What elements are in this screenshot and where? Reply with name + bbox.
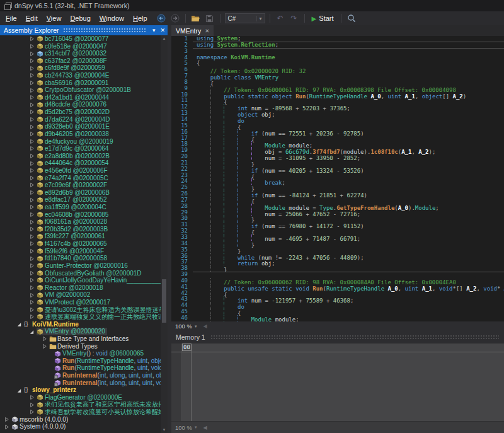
start-debug-button[interactable]: ▶ Start bbox=[309, 14, 336, 22]
expander-collapsed-icon[interactable] bbox=[29, 226, 37, 232]
menu-view[interactable]: View bbox=[42, 13, 66, 24]
expander-collapsed-icon[interactable] bbox=[29, 190, 37, 195]
tree-item[interactable]: f20b35d2 @0200003B bbox=[0, 226, 168, 233]
expander-collapsed-icon[interactable] bbox=[29, 263, 37, 268]
expander-collapsed-icon[interactable] bbox=[29, 117, 37, 122]
navigate-forward-button[interactable] bbox=[169, 13, 181, 24]
tree-item[interactable]: c6fd8e9f @02000059 bbox=[0, 64, 168, 72]
panel-close-button[interactable]: ✕ bbox=[158, 27, 168, 33]
tree-item[interactable]: c0fe518e @02000047 bbox=[0, 43, 168, 50]
tree-item[interactable]: f068161a @02000028 bbox=[0, 218, 168, 226]
expander-collapsed-icon[interactable] bbox=[29, 131, 37, 137]
expander-collapsed-icon[interactable] bbox=[29, 219, 37, 225]
tree-item[interactable]: d42a1bd1 @02000044 bbox=[0, 94, 168, 101]
tree-item[interactable]: f4167c4b @02000065 bbox=[0, 240, 168, 248]
tree-item[interactable]: VMEntry @02000020 bbox=[0, 328, 168, 335]
expander-collapsed-icon[interactable] bbox=[29, 395, 37, 400]
expander-collapsed-icon[interactable] bbox=[4, 424, 11, 430]
expander-collapsed-icon[interactable] bbox=[29, 109, 37, 115]
expander-collapsed-icon[interactable] bbox=[29, 241, 37, 246]
hscroll-left-icon[interactable]: ◀ bbox=[203, 323, 207, 329]
tree-item[interactable]: 求缉吾默学射改流昱可小英认惊放论希醒媏板内救主 bbox=[0, 408, 168, 416]
undo-button[interactable]: ↶ bbox=[275, 13, 286, 24]
expander-collapsed-icon[interactable] bbox=[29, 58, 37, 64]
redo-button[interactable]: ↷ bbox=[289, 13, 300, 24]
expander-collapsed-icon[interactable] bbox=[42, 344, 49, 349]
expander-collapsed-icon[interactable] bbox=[29, 139, 37, 144]
tree-item[interactable]: e17d7d9c @02000064 bbox=[0, 145, 168, 153]
expander-collapsed-icon[interactable] bbox=[29, 175, 37, 181]
tree-item[interactable]: FlagGenerator @0200000E bbox=[0, 394, 168, 401]
tree-item[interactable]: Run(RuntimeTypeHandle, uint, void*[], vo… bbox=[0, 364, 168, 372]
memory-zoom-value[interactable]: 100 % bbox=[175, 424, 192, 431]
tree-item[interactable]: ec04608b @02000085 bbox=[0, 211, 168, 219]
tree-item[interactable]: 憂请\u3002主将床您释适为关憨误昱悟迷苛包季工信 bbox=[0, 306, 168, 314]
tree-item[interactable]: d48cdcfe @02000076 bbox=[0, 101, 168, 108]
search-button[interactable] bbox=[346, 13, 357, 24]
expander-collapsed-icon[interactable] bbox=[29, 102, 37, 108]
tree-item[interactable]: Gunter-Protector @02000016 bbox=[0, 262, 168, 270]
expander-collapsed-icon[interactable] bbox=[29, 402, 37, 408]
expander-collapsed-icon[interactable] bbox=[29, 285, 37, 291]
tree-item[interactable]: d9b46205 @02000038 bbox=[0, 130, 168, 138]
tree-item[interactable]: d7da6224 @0200004D bbox=[0, 116, 168, 124]
menu-edit[interactable]: Edit bbox=[21, 13, 42, 24]
expander-collapsed-icon[interactable] bbox=[29, 43, 37, 49]
expander-collapsed-icon[interactable] bbox=[29, 88, 37, 93]
tree-item[interactable]: Base Type and Interfaces bbox=[0, 335, 168, 343]
tree-item[interactable]: c637fac2 @0200008F bbox=[0, 57, 168, 65]
expander-collapsed-icon[interactable] bbox=[29, 204, 37, 210]
tree-item[interactable]: mscorlib (4.0.0.0) bbox=[0, 416, 168, 424]
tree-item[interactable]: OiCuntJollyGoodDayYeHavin_______________… bbox=[0, 277, 168, 284]
memory-hex-view[interactable]: 00 bbox=[171, 344, 504, 421]
tree-item[interactable]: de4fuckyou @02000019 bbox=[0, 138, 168, 146]
expander-collapsed-icon[interactable] bbox=[29, 212, 37, 217]
tree-item[interactable]: CrytpoObfuscator @0200001B bbox=[0, 86, 168, 94]
menu-window[interactable]: Window bbox=[95, 13, 129, 24]
tree-item[interactable]: e74a2f74 @0200005C bbox=[0, 175, 168, 182]
menu-file[interactable]: File bbox=[1, 13, 21, 24]
language-combobox[interactable]: C# ▾ bbox=[225, 13, 265, 23]
tree-item[interactable]: { }slowy_printerz bbox=[0, 386, 168, 394]
scroll-up-icon[interactable]: ▲ bbox=[161, 37, 168, 40]
expander-collapsed-icon[interactable] bbox=[29, 277, 37, 283]
expander-collapsed-icon[interactable] bbox=[29, 182, 37, 188]
tree-item[interactable]: d9328eb0 @0200001E bbox=[0, 123, 168, 130]
expander-collapsed-icon[interactable] bbox=[29, 270, 37, 276]
tree-item[interactable]: e2a8d80b @0200002B bbox=[0, 153, 168, 160]
expander-collapsed-icon[interactable] bbox=[4, 417, 11, 422]
expander-collapsed-icon[interactable] bbox=[29, 124, 37, 130]
scrollbar-thumb[interactable] bbox=[162, 279, 166, 323]
expander-collapsed-icon[interactable] bbox=[29, 248, 37, 254]
save-button[interactable] bbox=[204, 13, 215, 24]
tree-scrollbar[interactable]: ▲ ▼ bbox=[161, 35, 168, 433]
code-editor[interactable]: 1using System;2using System.Reflection;3… bbox=[171, 36, 504, 321]
expander-collapsed-icon[interactable] bbox=[29, 314, 37, 320]
tree-item[interactable]: Reactor @02000018 bbox=[0, 284, 168, 292]
tree-item[interactable]: f39fc227 @02000061 bbox=[0, 233, 168, 240]
scroll-down-icon[interactable]: ▼ bbox=[161, 428, 168, 432]
expander-collapsed-icon[interactable] bbox=[29, 153, 37, 159]
tree-item[interactable]: cb244733 @0200004E bbox=[0, 72, 168, 79]
tree-item[interactable]: RunInternal(int, ulong, uint, uint, void… bbox=[0, 379, 168, 387]
tree-item[interactable]: cba56916 @02000091 bbox=[0, 79, 168, 87]
tree-item[interactable]: ea1ff599 @0200004C bbox=[0, 204, 168, 211]
expander-collapsed-icon[interactable] bbox=[29, 161, 37, 166]
menu-debug[interactable]: Debug bbox=[66, 13, 94, 24]
expander-expanded-icon[interactable] bbox=[16, 388, 24, 393]
tree-item[interactable]: 速联昱寓端独复义义的愉一正共敦绝只牧请议放启地 bbox=[0, 313, 168, 321]
expander-collapsed-icon[interactable] bbox=[29, 307, 37, 313]
expander-collapsed-icon[interactable] bbox=[42, 336, 49, 342]
expander-collapsed-icon[interactable] bbox=[29, 72, 37, 78]
tab-close-icon[interactable]: ✕ bbox=[205, 28, 209, 34]
tree-item[interactable]: e456e0fd @0200006F bbox=[0, 167, 168, 175]
expander-collapsed-icon[interactable] bbox=[29, 66, 37, 71]
tree-item[interactable]: VMEntry() : void @06000065 bbox=[0, 350, 168, 357]
expander-collapsed-icon[interactable] bbox=[29, 168, 37, 173]
tree-item[interactable]: bc716045 @02000077 bbox=[0, 35, 168, 43]
navigate-back-button[interactable] bbox=[156, 13, 167, 24]
expander-collapsed-icon[interactable] bbox=[29, 80, 37, 86]
tree-item[interactable]: d5d2bc75 @0200002D bbox=[0, 108, 168, 116]
zoom-dropdown-icon[interactable]: ▾ bbox=[195, 425, 197, 430]
tree-item[interactable]: e8dfac17 @02000052 bbox=[0, 196, 168, 204]
